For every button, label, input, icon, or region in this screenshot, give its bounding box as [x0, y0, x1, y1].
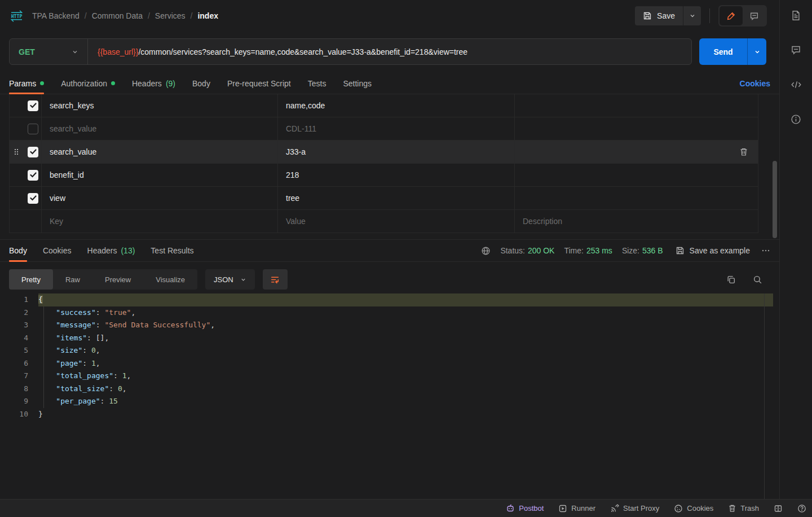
param-key[interactable]: search_keys	[41, 94, 277, 117]
tab-pre-request-script[interactable]: Pre-request Script	[227, 73, 291, 94]
param-description-placeholder[interactable]: Description	[514, 210, 758, 233]
tab-params[interactable]: Params	[9, 73, 44, 94]
runner-button[interactable]: Runner	[558, 504, 595, 513]
param-row-new[interactable]: Key Value Description	[9, 210, 758, 233]
wrap-text-button[interactable]	[263, 269, 288, 290]
param-key[interactable]: search_value	[41, 117, 277, 140]
info-icon[interactable]	[791, 114, 801, 125]
url-container: GET {{base_url}}/common/services?search_…	[9, 38, 692, 65]
tab-label: Headers	[132, 79, 162, 88]
response-header: BodyCookiesHeaders(13)Test Results Statu…	[0, 240, 779, 262]
tab-label: Pre-request Script	[227, 79, 291, 88]
param-value-placeholder[interactable]: Value	[277, 210, 514, 233]
code-snippet-icon[interactable]	[791, 79, 802, 90]
param-description[interactable]	[514, 141, 758, 163]
response-tab-body[interactable]: Body	[9, 240, 27, 261]
params-scrollbar[interactable]	[773, 161, 777, 238]
param-checkbox[interactable]	[28, 124, 38, 134]
comment-mode-button[interactable]	[743, 6, 766, 25]
delete-param-icon[interactable]	[739, 147, 748, 156]
param-row[interactable]: benefit_id 218	[9, 164, 758, 187]
param-row[interactable]: search_value CDL-111	[9, 117, 758, 141]
send-options-button[interactable]	[747, 38, 766, 65]
param-key[interactable]: view	[41, 187, 277, 209]
chevron-down-icon	[72, 49, 78, 55]
save-options-button[interactable]	[683, 6, 701, 25]
param-row[interactable]: search_keys name,code	[9, 94, 758, 117]
method-selector[interactable]: GET	[10, 47, 87, 56]
cookies-link[interactable]: Cookies	[740, 79, 770, 88]
view-mode-pretty[interactable]: Pretty	[9, 269, 53, 290]
param-checkbox[interactable]	[28, 193, 38, 204]
panels-button[interactable]	[774, 504, 783, 513]
proxy-icon	[610, 504, 619, 513]
response-tab-cookies[interactable]: Cookies	[43, 240, 72, 261]
postbot-button[interactable]: Postbot	[506, 504, 544, 513]
globe-icon[interactable]	[481, 246, 491, 256]
help-button[interactable]	[797, 504, 806, 513]
url-input[interactable]: {{base_url}}/common/services?search_keys…	[88, 47, 467, 56]
tab-body[interactable]: Body	[192, 73, 210, 94]
time-badge[interactable]: Time:253 ms	[564, 246, 612, 255]
param-key[interactable]: search_value	[41, 141, 277, 163]
param-description[interactable]	[514, 117, 758, 140]
status-badge[interactable]: Status:200 OK	[500, 246, 554, 255]
view-mode-visualize[interactable]: Visualize	[143, 269, 197, 290]
param-key[interactable]: benefit_id	[41, 164, 277, 186]
line-number: 8	[0, 383, 28, 396]
param-value[interactable]: J33-a	[277, 141, 514, 163]
breadcrumb-item[interactable]: Services	[155, 11, 186, 20]
language-dropdown[interactable]: JSON	[205, 269, 255, 290]
response-tab-test-results[interactable]: Test Results	[151, 240, 193, 261]
code-line-content: "items": [],	[38, 332, 773, 345]
breadcrumb-item[interactable]: TPA Backend	[32, 11, 80, 20]
save-button[interactable]: Save	[635, 6, 683, 25]
param-value[interactable]: name,code	[277, 94, 514, 117]
view-mode-raw[interactable]: Raw	[53, 269, 92, 290]
breadcrumb-item[interactable]: Common Data	[92, 11, 143, 20]
tab-authorization[interactable]: Authorization	[61, 73, 115, 94]
param-checkbox[interactable]	[28, 100, 38, 111]
footer-label: Trash	[740, 504, 759, 512]
tab-tests[interactable]: Tests	[308, 73, 326, 94]
view-mode-preview[interactable]: Preview	[92, 269, 143, 290]
copy-icon[interactable]	[726, 275, 736, 284]
tab-label: Body	[9, 246, 27, 255]
send-button-label: Send	[713, 47, 732, 56]
response-body-editor[interactable]: 1 { 2 "success": "true", 3 "message": "S…	[0, 293, 773, 499]
param-row[interactable]: view tree	[9, 187, 758, 210]
edit-mode-button[interactable]	[720, 6, 743, 25]
search-icon[interactable]	[753, 275, 762, 284]
tab-settings[interactable]: Settings	[343, 73, 372, 94]
url-variable: {{base_url}}	[98, 47, 138, 56]
param-value[interactable]: tree	[277, 187, 514, 209]
param-key-placeholder[interactable]: Key	[41, 210, 277, 233]
tab-headers[interactable]: Headers(9)	[132, 73, 175, 94]
param-row[interactable]: search_value J33-a	[9, 141, 758, 164]
more-options-icon[interactable]	[761, 246, 770, 255]
param-checkbox[interactable]	[28, 170, 38, 181]
param-value[interactable]: CDL-111	[277, 117, 514, 140]
comments-icon[interactable]	[791, 45, 801, 55]
request-url-row: GET {{base_url}}/common/services?search_…	[9, 38, 766, 65]
drag-handle-icon[interactable]	[14, 147, 19, 156]
param-checkbox[interactable]	[28, 147, 38, 157]
response-tab-headers[interactable]: Headers(13)	[87, 240, 135, 261]
right-sidebar	[779, 0, 812, 499]
start-proxy-button[interactable]: Start Proxy	[610, 504, 659, 513]
code-line-content: "size": 0,	[38, 344, 773, 357]
tab-label: Body	[192, 79, 210, 88]
size-badge[interactable]: Size:536 B	[622, 246, 663, 255]
unsaved-dot	[40, 81, 44, 85]
save-as-example-button[interactable]: Save as example	[676, 246, 750, 255]
send-button[interactable]: Send	[699, 38, 747, 65]
param-value[interactable]: 218	[277, 164, 514, 186]
cookies-button[interactable]: Cookies	[674, 504, 713, 513]
trash-button[interactable]: Trash	[728, 504, 759, 512]
documentation-icon[interactable]	[791, 10, 801, 21]
param-description[interactable]	[514, 164, 758, 186]
save-as-example-label: Save as example	[690, 246, 750, 255]
param-description[interactable]	[514, 94, 758, 117]
param-description[interactable]	[514, 187, 758, 209]
editor-overview-ruler	[764, 293, 765, 499]
